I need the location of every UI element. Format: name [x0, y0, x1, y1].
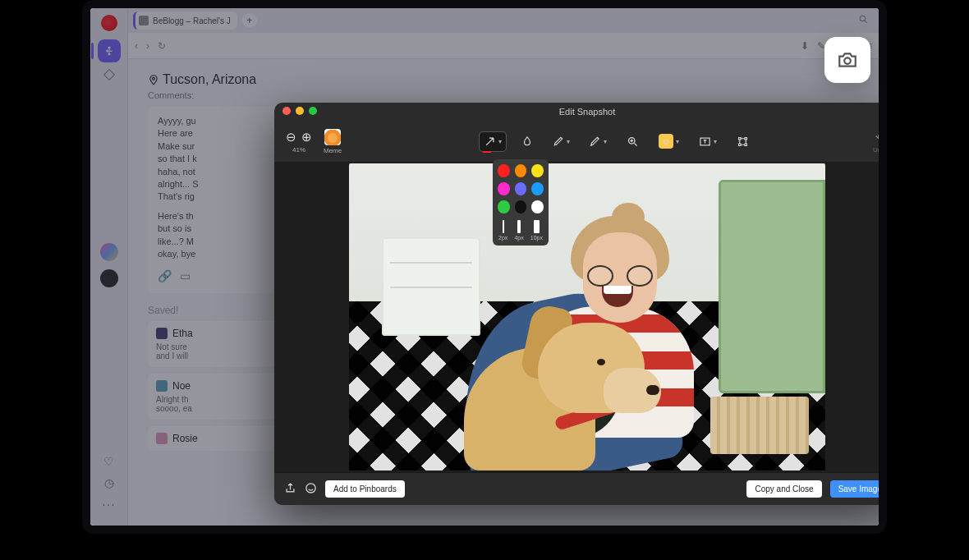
meme-icon	[324, 129, 341, 145]
sticker-tool[interactable]: ☺ ▾	[654, 131, 683, 152]
undo-button[interactable]: ↶ Undo	[873, 130, 887, 154]
emoji-icon[interactable]	[305, 482, 317, 497]
meme-tool[interactable]: Meme	[324, 129, 342, 154]
svg-point-4	[306, 483, 315, 492]
maximize-window-button[interactable]	[309, 107, 317, 115]
share-icon[interactable]	[284, 482, 296, 497]
save-image-button[interactable]: Save Image	[830, 480, 887, 498]
color-swatch[interactable]	[531, 200, 544, 213]
color-swatch[interactable]	[515, 200, 527, 213]
color-swatch[interactable]	[498, 182, 510, 195]
color-swatch[interactable]	[498, 200, 510, 213]
snapshot-camera-badge[interactable]	[824, 37, 870, 83]
zoom-tool[interactable]: ⊖⊕ 41%	[286, 130, 312, 154]
sticker-icon: ☺	[659, 134, 673, 149]
color-swatch[interactable]	[498, 164, 510, 177]
chevron-down-icon: ▾	[604, 138, 607, 145]
snapshot-editor: Edit Snapshot ⊖⊕ 41% Meme ▾ ▾	[274, 103, 887, 505]
close-window-button[interactable]	[282, 107, 291, 115]
camera-icon	[837, 49, 858, 71]
copy-and-close-button[interactable]: Copy and Close	[746, 480, 821, 498]
arrow-tool-popover: 2px 4px 10px	[493, 159, 549, 246]
editor-title: Edit Snapshot	[559, 107, 616, 117]
stroke-size-option[interactable]: 4px	[514, 220, 523, 241]
text-tool[interactable]: ▾	[695, 132, 721, 151]
stroke-size-option[interactable]: 10px	[530, 220, 543, 241]
chevron-down-icon: ▾	[567, 138, 570, 145]
chevron-down-icon: ▾	[676, 138, 679, 145]
minimize-window-button[interactable]	[296, 107, 304, 115]
svg-point-5	[844, 57, 851, 64]
add-to-pinboards-button[interactable]: Add to Pinboards	[325, 480, 405, 498]
magnifier-tool[interactable]	[622, 132, 643, 151]
editor-titlebar: Edit Snapshot	[274, 103, 887, 121]
arrow-tool[interactable]: ▾	[480, 132, 506, 151]
chevron-down-icon: ▾	[714, 138, 717, 145]
pencil-tool[interactable]: ▾	[549, 132, 574, 150]
highlighter-tool[interactable]: ▾	[586, 132, 611, 150]
editor-canvas[interactable]	[274, 162, 887, 472]
laptop-notch	[394, 540, 575, 560]
color-swatch[interactable]	[531, 182, 544, 195]
snapshot-image	[349, 163, 825, 470]
color-swatch[interactable]	[515, 164, 527, 177]
editor-footer: Add to Pinboards Copy and Close Save Ima…	[274, 472, 887, 505]
stroke-size-option[interactable]: 2px	[498, 220, 507, 241]
blur-tool[interactable]	[517, 132, 537, 150]
crop-tool[interactable]	[732, 132, 753, 151]
chevron-down-icon: ▾	[498, 138, 502, 145]
editor-toolbar: ⊖⊕ 41% Meme ▾ ▾ ▾	[274, 121, 887, 162]
color-swatch[interactable]	[515, 182, 527, 195]
color-swatch[interactable]	[531, 164, 544, 177]
